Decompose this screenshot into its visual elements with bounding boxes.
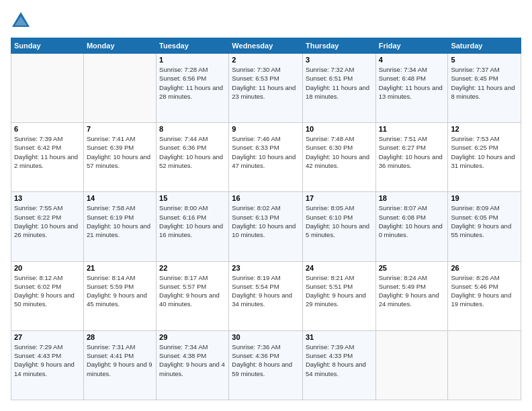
day-info: Sunrise: 8:26 AMSunset: 5:46 PMDaylight:…	[451, 273, 518, 309]
day-number: 29	[159, 333, 226, 341]
calendar-cell: 12Sunrise: 7:53 AMSunset: 6:25 PMDayligh…	[448, 123, 521, 192]
day-number: 14	[87, 194, 153, 202]
calendar-week-row: 13Sunrise: 7:55 AMSunset: 6:22 PMDayligh…	[11, 192, 521, 261]
calendar-cell: 13Sunrise: 7:55 AMSunset: 6:22 PMDayligh…	[11, 192, 84, 261]
calendar-cell: 30Sunrise: 7:36 AMSunset: 4:36 PMDayligh…	[229, 330, 303, 400]
calendar-week-row: 20Sunrise: 8:12 AMSunset: 6:02 PMDayligh…	[11, 261, 521, 330]
day-info: Sunrise: 7:31 AMSunset: 4:41 PMDaylight:…	[87, 342, 153, 378]
calendar-week-row: 1Sunrise: 7:28 AMSunset: 6:56 PMDaylight…	[11, 54, 521, 123]
day-number: 24	[306, 264, 373, 272]
day-number: 7	[87, 125, 153, 133]
weekday-header: Saturday	[448, 38, 521, 54]
weekday-header: Monday	[83, 38, 156, 54]
calendar-header-row: SundayMondayTuesdayWednesdayThursdayFrid…	[11, 38, 521, 54]
day-info: Sunrise: 7:34 AMSunset: 6:48 PMDaylight:…	[379, 65, 445, 101]
day-info: Sunrise: 7:41 AMSunset: 6:39 PMDaylight:…	[87, 134, 153, 170]
day-number: 3	[306, 56, 373, 64]
day-info: Sunrise: 8:19 AMSunset: 5:54 PMDaylight:…	[232, 273, 300, 309]
calendar-cell: 6Sunrise: 7:39 AMSunset: 6:42 PMDaylight…	[11, 123, 84, 192]
calendar-cell: 16Sunrise: 8:02 AMSunset: 6:13 PMDayligh…	[229, 192, 303, 261]
day-info: Sunrise: 8:14 AMSunset: 5:59 PMDaylight:…	[87, 273, 153, 309]
day-info: Sunrise: 7:34 AMSunset: 4:38 PMDaylight:…	[159, 342, 226, 378]
weekday-header: Tuesday	[157, 38, 229, 54]
day-number: 26	[451, 264, 518, 272]
day-number: 20	[14, 264, 81, 272]
calendar-cell: 10Sunrise: 7:48 AMSunset: 6:30 PMDayligh…	[302, 123, 375, 192]
calendar-cell: 17Sunrise: 8:05 AMSunset: 6:10 PMDayligh…	[302, 192, 375, 261]
day-info: Sunrise: 7:32 AMSunset: 6:51 PMDaylight:…	[306, 65, 373, 101]
calendar-cell: 28Sunrise: 7:31 AMSunset: 4:41 PMDayligh…	[83, 330, 156, 400]
day-info: Sunrise: 8:09 AMSunset: 6:05 PMDaylight:…	[451, 203, 518, 239]
day-info: Sunrise: 7:30 AMSunset: 6:53 PMDaylight:…	[232, 65, 300, 101]
day-number: 22	[159, 264, 226, 272]
logo-icon	[11, 11, 31, 31]
day-number: 31	[306, 333, 373, 341]
day-number: 11	[379, 125, 445, 133]
day-info: Sunrise: 7:51 AMSunset: 6:27 PMDaylight:…	[379, 134, 445, 170]
calendar-cell: 29Sunrise: 7:34 AMSunset: 4:38 PMDayligh…	[157, 330, 229, 400]
day-info: Sunrise: 7:39 AMSunset: 6:42 PMDaylight:…	[14, 134, 81, 170]
day-number: 25	[379, 264, 445, 272]
calendar-week-row: 27Sunrise: 7:29 AMSunset: 4:43 PMDayligh…	[11, 330, 521, 400]
calendar-cell: 4Sunrise: 7:34 AMSunset: 6:48 PMDaylight…	[375, 54, 448, 123]
calendar-cell: 25Sunrise: 8:24 AMSunset: 5:49 PMDayligh…	[375, 261, 448, 330]
calendar-cell: 23Sunrise: 8:19 AMSunset: 5:54 PMDayligh…	[229, 261, 303, 330]
calendar-cell: 27Sunrise: 7:29 AMSunset: 4:43 PMDayligh…	[11, 330, 84, 400]
day-number: 9	[232, 125, 300, 133]
calendar-cell: 21Sunrise: 8:14 AMSunset: 5:59 PMDayligh…	[83, 261, 156, 330]
calendar-cell	[11, 54, 84, 123]
calendar-table: SundayMondayTuesdayWednesdayThursdayFrid…	[11, 38, 521, 400]
day-number: 27	[14, 333, 81, 341]
logo	[11, 11, 34, 31]
calendar-cell: 11Sunrise: 7:51 AMSunset: 6:27 PMDayligh…	[375, 123, 448, 192]
calendar-week-row: 6Sunrise: 7:39 AMSunset: 6:42 PMDaylight…	[11, 123, 521, 192]
calendar-cell: 19Sunrise: 8:09 AMSunset: 6:05 PMDayligh…	[448, 192, 521, 261]
day-number: 4	[379, 56, 445, 64]
calendar-cell: 7Sunrise: 7:41 AMSunset: 6:39 PMDaylight…	[83, 123, 156, 192]
day-number: 21	[87, 264, 153, 272]
day-info: Sunrise: 8:17 AMSunset: 5:57 PMDaylight:…	[159, 273, 226, 309]
day-number: 8	[159, 125, 226, 133]
day-number: 15	[159, 194, 226, 202]
weekday-header: Thursday	[302, 38, 375, 54]
weekday-header: Friday	[375, 38, 448, 54]
day-number: 2	[232, 56, 300, 64]
day-number: 5	[451, 56, 518, 64]
day-number: 30	[232, 333, 300, 341]
calendar-cell: 18Sunrise: 8:07 AMSunset: 6:08 PMDayligh…	[375, 192, 448, 261]
day-info: Sunrise: 7:37 AMSunset: 6:45 PMDaylight:…	[451, 65, 518, 101]
calendar-cell: 26Sunrise: 8:26 AMSunset: 5:46 PMDayligh…	[448, 261, 521, 330]
day-info: Sunrise: 8:07 AMSunset: 6:08 PMDaylight:…	[379, 203, 445, 239]
day-info: Sunrise: 7:55 AMSunset: 6:22 PMDaylight:…	[14, 203, 81, 239]
weekday-header: Sunday	[11, 38, 84, 54]
calendar-cell	[83, 54, 156, 123]
day-number: 12	[451, 125, 518, 133]
day-info: Sunrise: 7:28 AMSunset: 6:56 PMDaylight:…	[159, 65, 226, 101]
day-info: Sunrise: 8:05 AMSunset: 6:10 PMDaylight:…	[306, 203, 373, 239]
calendar-cell: 15Sunrise: 8:00 AMSunset: 6:16 PMDayligh…	[157, 192, 229, 261]
day-info: Sunrise: 8:00 AMSunset: 6:16 PMDaylight:…	[159, 203, 226, 239]
day-number: 23	[232, 264, 300, 272]
header	[11, 11, 521, 31]
calendar-cell	[448, 330, 521, 400]
calendar-cell: 3Sunrise: 7:32 AMSunset: 6:51 PMDaylight…	[302, 54, 375, 123]
calendar-cell	[375, 330, 448, 400]
calendar-cell: 20Sunrise: 8:12 AMSunset: 6:02 PMDayligh…	[11, 261, 84, 330]
page: SundayMondayTuesdayWednesdayThursdayFrid…	[0, 0, 532, 411]
calendar-cell: 8Sunrise: 7:44 AMSunset: 6:36 PMDaylight…	[157, 123, 229, 192]
day-number: 17	[306, 194, 373, 202]
calendar-cell: 5Sunrise: 7:37 AMSunset: 6:45 PMDaylight…	[448, 54, 521, 123]
day-info: Sunrise: 7:39 AMSunset: 4:33 PMDaylight:…	[306, 342, 373, 378]
calendar-cell: 2Sunrise: 7:30 AMSunset: 6:53 PMDaylight…	[229, 54, 303, 123]
day-number: 16	[232, 194, 300, 202]
calendar-cell: 31Sunrise: 7:39 AMSunset: 4:33 PMDayligh…	[302, 330, 375, 400]
day-info: Sunrise: 8:12 AMSunset: 6:02 PMDaylight:…	[14, 273, 81, 309]
calendar-cell: 9Sunrise: 7:46 AMSunset: 6:33 PMDaylight…	[229, 123, 303, 192]
day-number: 10	[306, 125, 373, 133]
day-number: 6	[14, 125, 81, 133]
day-info: Sunrise: 7:36 AMSunset: 4:36 PMDaylight:…	[232, 342, 300, 378]
day-info: Sunrise: 7:53 AMSunset: 6:25 PMDaylight:…	[451, 134, 518, 170]
day-number: 1	[159, 56, 226, 64]
day-number: 18	[379, 194, 445, 202]
day-info: Sunrise: 8:24 AMSunset: 5:49 PMDaylight:…	[379, 273, 445, 309]
